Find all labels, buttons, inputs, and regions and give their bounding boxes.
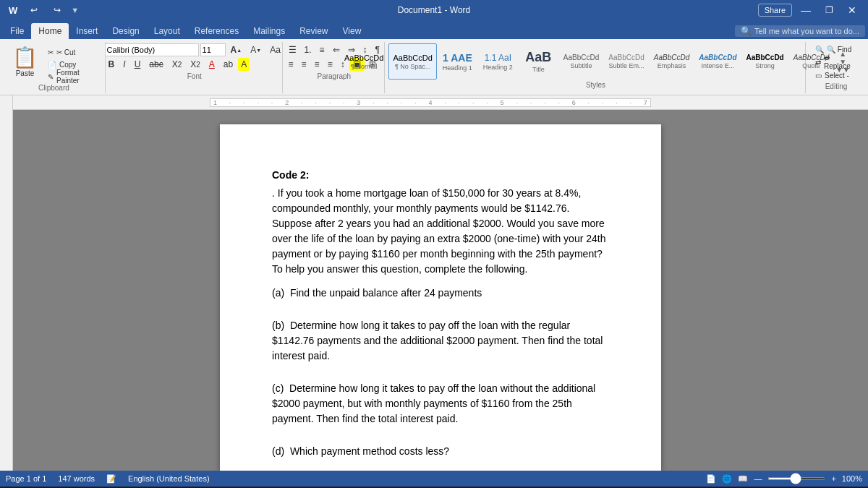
clipboard-group: 📋 Paste ✂ ✂ Cut 📄 Copy ✎ Format Painter … xyxy=(3,42,106,93)
paste-button[interactable]: 📋 Paste xyxy=(7,43,43,80)
font-name-input[interactable] xyxy=(105,43,199,56)
shrink-font-button[interactable]: A▼ xyxy=(247,43,265,56)
title-bar-left: W ↩ ↪ ▼ xyxy=(6,4,79,17)
select-button[interactable]: ▭ Select - xyxy=(812,69,861,81)
main-area: Code 2: . If you took a home mortgage lo… xyxy=(0,110,868,471)
status-right: 📄 🌐 📖 — + 100% xyxy=(706,474,862,484)
style-subtle-em[interactable]: AaBbCcDd Subtle Em... xyxy=(604,43,648,80)
bullets-button[interactable]: ☰ xyxy=(285,43,300,56)
style-strong[interactable]: AaBbCcDd Strong xyxy=(742,43,788,80)
share-button[interactable]: Share xyxy=(758,4,792,17)
style-emphasis[interactable]: AaBbCcDd Emphasis xyxy=(650,43,694,80)
search-icon: 🔍 xyxy=(741,26,752,36)
cut-icon: ✂ xyxy=(48,48,54,56)
align-center-button[interactable]: ≡ xyxy=(298,58,310,71)
clear-format-button[interactable]: Aa xyxy=(266,43,284,56)
ribbon: 📋 Paste ✂ ✂ Cut 📄 Copy ✎ Format Painter … xyxy=(0,39,868,95)
zoom-plus[interactable]: + xyxy=(831,474,835,483)
tab-view[interactable]: View xyxy=(336,23,369,39)
style-normal[interactable]: AaBbCcDd ¶ Normal xyxy=(340,43,388,80)
doc-line-a: (a) Find the unpaid balance after 24 pay… xyxy=(272,286,609,301)
format-painter-icon: ✎ xyxy=(48,73,54,81)
grow-font-button[interactable]: A▲ xyxy=(227,43,246,56)
view-read-icon[interactable]: 📖 xyxy=(738,474,748,484)
doc-line-c: (c) Determine how long it takes to pay o… xyxy=(272,381,609,427)
title-bar: W ↩ ↪ ▼ Document1 - Word Share — ❐ ✕ xyxy=(0,0,868,20)
word-count: 147 words xyxy=(58,474,95,483)
cut-button[interactable]: ✂ ✂ Cut xyxy=(44,46,101,58)
edit-indicator: 📝 xyxy=(106,474,116,484)
find-icon: 🔍 xyxy=(815,46,824,53)
doc-paragraph-1: . If you took a home mortgage loan of $1… xyxy=(272,186,609,277)
undo-button[interactable]: ↩ xyxy=(25,4,43,17)
text-highlight-button[interactable]: A xyxy=(238,58,250,71)
italic-button[interactable]: I xyxy=(119,58,129,71)
superscript-button[interactable]: X2 xyxy=(187,58,204,71)
style-heading2[interactable]: 1.1 AaI Heading 2 xyxy=(478,43,518,80)
select-icon: ▭ xyxy=(815,72,822,80)
copy-icon: 📄 xyxy=(48,61,56,69)
doc-line-b: (b) Determine how long it takes to pay o… xyxy=(272,318,609,364)
ruler: 1···· 2···· 3···· 4···· 5···· 6···· 7 xyxy=(0,95,868,110)
restore-button[interactable]: ❐ xyxy=(820,4,839,17)
redo-button[interactable]: ↪ xyxy=(48,4,67,17)
doc-line-1: Code 2: xyxy=(272,168,609,183)
tab-file[interactable]: File xyxy=(3,23,31,39)
editing-controls: 🔍 🔍 Find ⇄ ⇄ Replace ▭ Select - xyxy=(812,43,861,81)
strikethrough-button[interactable]: abc xyxy=(145,58,166,71)
clipboard-buttons: ✂ ✂ Cut 📄 Copy ✎ Format Painter xyxy=(44,43,101,82)
tab-insert[interactable]: Insert xyxy=(69,23,105,39)
left-ruler xyxy=(0,110,13,471)
find-button[interactable]: 🔍 🔍 Find xyxy=(812,43,861,55)
style-subtitle[interactable]: AaBbCcDd Subtitle xyxy=(559,43,603,80)
view-normal-icon[interactable]: 📄 xyxy=(706,474,716,484)
subscript-button[interactable]: X2 xyxy=(169,58,186,71)
minimize-button[interactable]: — xyxy=(795,3,817,17)
language-indicator[interactable]: English (United States) xyxy=(128,474,210,483)
style-heading1[interactable]: 1 AAE Heading 1 xyxy=(438,43,477,80)
ruler-track: 1···· 2···· 3···· 4···· 5···· 6···· 7 xyxy=(210,98,651,107)
bold-button[interactable]: B xyxy=(105,58,119,71)
font-color-button[interactable]: A xyxy=(205,58,218,71)
font-label: Font xyxy=(187,72,202,80)
close-button[interactable]: ✕ xyxy=(842,3,862,17)
font-size-input[interactable] xyxy=(200,43,226,56)
status-left: Page 1 of 1 147 words 📝 English (United … xyxy=(6,474,210,484)
style-no-spacing[interactable]: AaBbCcDd ¶ No Spac... xyxy=(388,43,436,80)
editing-label: Editing xyxy=(825,82,848,90)
view-web-icon[interactable]: 🌐 xyxy=(722,474,732,484)
zoom-minus[interactable]: — xyxy=(754,474,762,483)
ribbon-tabs: File Home Insert Design Layout Reference… xyxy=(0,20,868,39)
tab-references[interactable]: References xyxy=(187,23,246,39)
tab-home[interactable]: Home xyxy=(31,23,69,39)
format-painter-button[interactable]: ✎ Format Painter xyxy=(44,71,101,82)
numbering-button[interactable]: 1. xyxy=(301,43,315,56)
paste-label: Paste xyxy=(16,69,35,77)
style-normal-label: ¶ Normal xyxy=(351,63,377,70)
search-placeholder: Tell me what you want to do... xyxy=(754,27,859,35)
search-box[interactable]: 🔍 Tell me what you want to do... xyxy=(735,25,865,37)
styles-row: AaBbCcDd ¶ Normal AaBbCcDd ¶ No Spac... … xyxy=(340,43,851,80)
document-area[interactable]: Code 2: . If you took a home mortgage lo… xyxy=(13,110,868,471)
tab-layout[interactable]: Layout xyxy=(147,23,187,39)
underline-button[interactable]: U xyxy=(131,58,145,71)
replace-button[interactable]: ⇄ ⇄ Replace xyxy=(812,56,861,68)
style-intense-e[interactable]: AaBbCcDd Intense E... xyxy=(694,43,741,80)
justify-button[interactable]: ≡ xyxy=(324,58,336,71)
clipboard-label: Clipboard xyxy=(38,84,69,92)
tab-design[interactable]: Design xyxy=(105,23,146,39)
document-page[interactable]: Code 2: . If you took a home mortgage lo… xyxy=(220,124,661,471)
styles-label: Styles xyxy=(586,81,605,89)
multilevel-list-button[interactable]: ≡ xyxy=(316,43,328,56)
zoom-slider[interactable] xyxy=(767,477,825,480)
align-left-button[interactable]: ≡ xyxy=(285,58,297,71)
tab-mailings[interactable]: Mailings xyxy=(246,23,292,39)
font-group: A▲ A▼ Aa B I U abc X2 X2 A ab A Font xyxy=(107,42,283,93)
font-controls: A▲ A▼ Aa B I U abc X2 X2 A ab A xyxy=(105,43,284,71)
style-title[interactable]: AaB Title xyxy=(519,43,558,80)
tab-review[interactable]: Review xyxy=(292,23,335,39)
style-normal-preview: AaBbCcDd xyxy=(344,53,383,62)
page-indicator: Page 1 of 1 xyxy=(6,474,46,483)
align-right-button[interactable]: ≡ xyxy=(311,58,323,71)
highlight-color-button[interactable]: ab xyxy=(220,58,237,71)
